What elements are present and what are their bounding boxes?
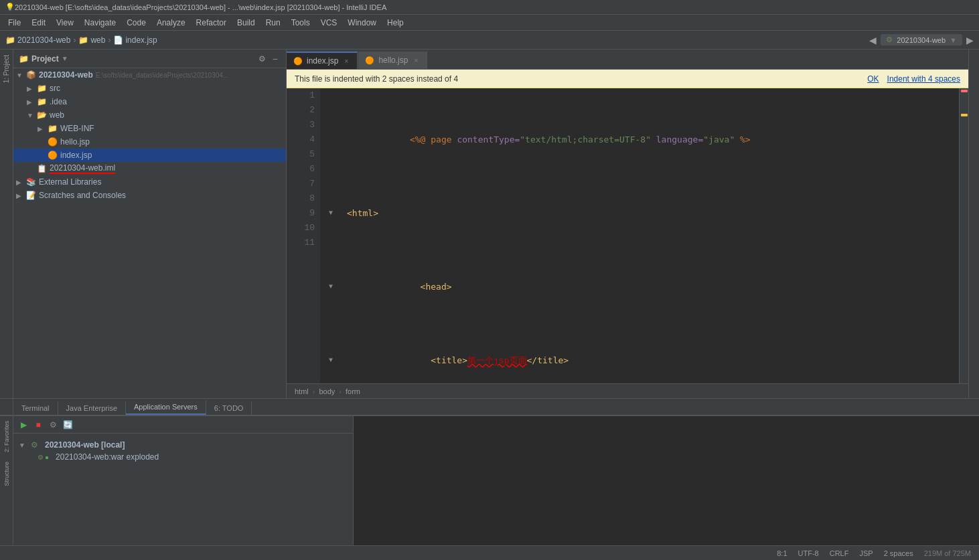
bottom-tab-terminal[interactable]: Terminal bbox=[13, 401, 58, 415]
menu-bar: File Edit View Navigate Code Analyze Ref… bbox=[0, 15, 979, 31]
footer-form: form bbox=[346, 387, 360, 395]
tree-icon-webinf: 📁 bbox=[47, 123, 58, 134]
tree-item-extlibs[interactable]: ▶ 📚 External Libraries bbox=[13, 175, 286, 189]
fold-2: ▼ bbox=[325, 206, 336, 221]
menu-navigate[interactable]: Navigate bbox=[79, 17, 121, 29]
tree-icon-hello: 🟠 bbox=[47, 136, 58, 147]
tree-item-index[interactable]: ▶ 🟠 index.jsp bbox=[13, 149, 286, 162]
code-line-1: <%@ page contentType="text/html;charset=… bbox=[325, 132, 954, 147]
bottom-panel: 2: Favorites Structure ▶ ■ ⚙ 🔄 ▼ ⚙ 20210… bbox=[0, 415, 979, 545]
server-item-root[interactable]: ▼ ⚙ 20210304-web [local] bbox=[19, 439, 348, 451]
status-bar: 8:1 UTF-8 CRLF JSP 2 spaces 219M of 725M bbox=[0, 545, 979, 560]
web-folder-icon: 📁 bbox=[78, 35, 88, 45]
error-marker bbox=[961, 90, 968, 92]
tree-item-idea[interactable]: ▶ 📁 .idea bbox=[13, 95, 286, 108]
structure-tab[interactable]: Structure bbox=[3, 460, 11, 488]
menu-edit[interactable]: Edit bbox=[26, 17, 51, 29]
run-btn-deploy[interactable]: 🔄 bbox=[62, 419, 74, 431]
tree-arrow-scratches: ▶ bbox=[16, 192, 25, 199]
favorites-tab[interactable]: 2: Favorites bbox=[3, 419, 11, 454]
run-btn-start[interactable]: ▶ bbox=[17, 419, 29, 431]
menu-help[interactable]: Help bbox=[382, 17, 409, 29]
toolbar-project: 📁 20210304-web bbox=[5, 35, 70, 45]
menu-window[interactable]: Window bbox=[342, 17, 382, 29]
breadcrumb: 📁 20210304-web › 📁 web › 📄 index.jsp bbox=[5, 35, 157, 45]
tree-label-web: web bbox=[50, 110, 64, 120]
title-icon: 💡 bbox=[5, 3, 15, 11]
bottom-left-tabs: 2: Favorites Structure bbox=[0, 416, 13, 545]
status-indent-info: 2 spaces bbox=[884, 549, 913, 557]
tree-label-iml: 20210304-web.iml bbox=[50, 163, 115, 174]
tree-root-path: E:\softs\idea_datas\ideaProjects\2021030… bbox=[96, 72, 228, 79]
menu-run[interactable]: Run bbox=[260, 17, 286, 29]
project-side-tab[interactable]: 1: Project bbox=[1, 52, 11, 86]
tree-label-webinf: WEB-INF bbox=[60, 124, 94, 133]
sidebar-dropdown-arrow[interactable]: ▼ bbox=[62, 55, 68, 62]
tree-icon-web: 📂 bbox=[36, 110, 47, 120]
project-folder-icon: 📁 bbox=[5, 35, 15, 45]
warning-marker bbox=[961, 114, 968, 116]
tree-label-idea: .idea bbox=[50, 97, 67, 106]
line-num-7: 7 bbox=[287, 177, 315, 191]
bottom-tab-app-servers[interactable]: Application Servers bbox=[126, 400, 206, 415]
breadcrumb-web: 📁 web bbox=[78, 35, 105, 45]
nav-prev-btn[interactable]: ◀ bbox=[869, 35, 877, 45]
tab-hello-jsp[interactable]: 🟠 hello.jsp × bbox=[358, 52, 427, 69]
tree-item-scratches[interactable]: ▶ 📝 Scratches and Consoles bbox=[13, 189, 286, 202]
title-text: 20210304-web [E:\softs\idea_datas\ideaPr… bbox=[15, 3, 386, 11]
bottom-left-spacer bbox=[0, 399, 13, 415]
code-editor[interactable]: 1 2 3 4 5 6 7 8 9 10 11 <%@ page content… bbox=[287, 88, 968, 383]
tree-arrow-src: ▶ bbox=[27, 85, 36, 92]
run-btn-stop[interactable]: ■ bbox=[32, 419, 44, 431]
run-config-dropdown-icon: ▼ bbox=[950, 36, 957, 44]
tree-item-webinf[interactable]: ▶ 📁 WEB-INF bbox=[13, 122, 286, 135]
indent-with-spaces-btn[interactable]: Indent with 4 spaces bbox=[887, 74, 960, 84]
bottom-tab-todo[interactable]: 6: TODO bbox=[206, 401, 252, 415]
toolbar-right: ◀ ⚙ 20210304-web ▼ ▶ bbox=[869, 34, 974, 45]
server-icon: ⚙ bbox=[31, 440, 38, 450]
footer-body: body bbox=[319, 387, 335, 395]
tree-icon-iml: 📋 bbox=[36, 163, 47, 174]
server-sub-item[interactable]: ⚙ ● 20210304-web:war exploded bbox=[19, 451, 348, 463]
tree-icon-index: 🟠 bbox=[47, 150, 58, 161]
run-config-select[interactable]: ⚙ 20210304-web ▼ bbox=[881, 34, 962, 45]
menu-file[interactable]: File bbox=[3, 17, 26, 29]
tree-item-root[interactable]: ▼ 📦 20210304-web E:\softs\idea_datas\ide… bbox=[13, 68, 286, 82]
menu-analyze[interactable]: Analyze bbox=[151, 17, 191, 29]
line-num-1: 1 bbox=[287, 88, 315, 103]
tree-item-iml[interactable]: ▶ 📋 20210304-web.iml bbox=[13, 162, 286, 175]
right-toolbar bbox=[968, 50, 979, 398]
status-position: 8:1 bbox=[777, 549, 787, 557]
menu-code[interactable]: Code bbox=[121, 17, 151, 29]
sidebar-project-icon: 📁 bbox=[19, 54, 29, 64]
run-btn-settings[interactable]: ⚙ bbox=[47, 419, 59, 431]
indent-ok-btn[interactable]: OK bbox=[867, 74, 879, 84]
footer-html: html bbox=[295, 387, 309, 395]
menu-refactor[interactable]: Refactor bbox=[191, 17, 232, 29]
line-num-2: 2 bbox=[287, 103, 315, 118]
bottom-panel-content: ▼ ⚙ 20210304-web [local] ⚙ ● 20210304-we… bbox=[13, 434, 353, 545]
menu-view[interactable]: View bbox=[51, 17, 79, 29]
line-num-3: 3 bbox=[287, 118, 315, 132]
tree-item-web[interactable]: ▼ 📂 web bbox=[13, 108, 286, 122]
code-line-3: ▼ <head> bbox=[325, 280, 954, 294]
sidebar-collapse-btn[interactable]: – bbox=[270, 54, 281, 64]
tab-index-close[interactable]: × bbox=[342, 57, 350, 65]
nav-next-btn[interactable]: ▶ bbox=[966, 35, 974, 45]
tree-item-hello[interactable]: ▶ 🟠 hello.jsp bbox=[13, 135, 286, 149]
bottom-tab-java-enterprise[interactable]: Java Enterprise bbox=[58, 401, 126, 415]
menu-tools[interactable]: Tools bbox=[286, 17, 315, 29]
menu-build[interactable]: Build bbox=[232, 17, 260, 29]
tab-index-jsp[interactable]: 🟠 index.jsp × bbox=[287, 52, 358, 69]
code-line-2: ▼ <html> bbox=[325, 206, 954, 221]
menu-vcs[interactable]: VCS bbox=[315, 17, 343, 29]
code-line-4: ▼ <title>第一个jsp页面</title> bbox=[325, 353, 954, 368]
editor-area: 🟠 index.jsp × 🟠 hello.jsp × This file is… bbox=[287, 50, 968, 398]
editor-scrollbar[interactable] bbox=[959, 88, 968, 383]
sidebar-settings-btn[interactable]: ⚙ bbox=[256, 54, 267, 64]
tab-hello-close[interactable]: × bbox=[412, 56, 420, 64]
code-content[interactable]: <%@ page contentType="text/html;charset=… bbox=[320, 88, 959, 383]
tree-arrow-idea: ▶ bbox=[27, 98, 36, 106]
bottom-right-panel bbox=[354, 416, 979, 545]
tree-item-src[interactable]: ▶ 📁 src bbox=[13, 82, 286, 95]
